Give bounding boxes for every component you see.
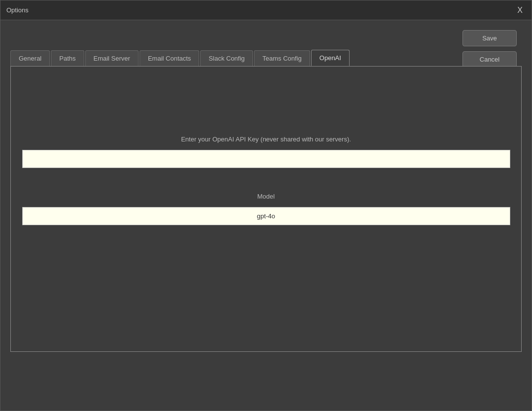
title-bar: Options X (0, 0, 532, 20)
tab-email-contacts[interactable]: Email Contacts (140, 50, 199, 66)
model-label: Model (257, 193, 275, 200)
api-key-label: Enter your OpenAI API Key (never shared … (181, 136, 351, 143)
tab-openai[interactable]: OpenAI (311, 50, 350, 66)
close-button[interactable]: X (514, 5, 526, 15)
tab-email-server[interactable]: Email Server (85, 50, 139, 66)
tab-teams-config[interactable]: Teams Config (254, 50, 310, 66)
api-key-input[interactable] (22, 150, 510, 168)
model-input[interactable] (22, 207, 510, 225)
openai-content: Enter your OpenAI API Key (never shared … (21, 76, 511, 225)
tab-content: Enter your OpenAI API Key (never shared … (10, 66, 522, 352)
save-button[interactable]: Save (462, 30, 517, 46)
tab-paths[interactable]: Paths (51, 50, 84, 66)
tab-general[interactable]: General (10, 50, 50, 66)
options-dialog: Options X Save Cancel General Paths Emai… (0, 0, 532, 411)
tab-slack-config[interactable]: Slack Config (200, 50, 253, 66)
action-buttons: Save Cancel (462, 30, 517, 68)
cancel-button[interactable]: Cancel (462, 51, 517, 68)
dialog-title: Options (6, 6, 29, 14)
tabs-row: General Paths Email Server Email Contact… (10, 50, 522, 66)
